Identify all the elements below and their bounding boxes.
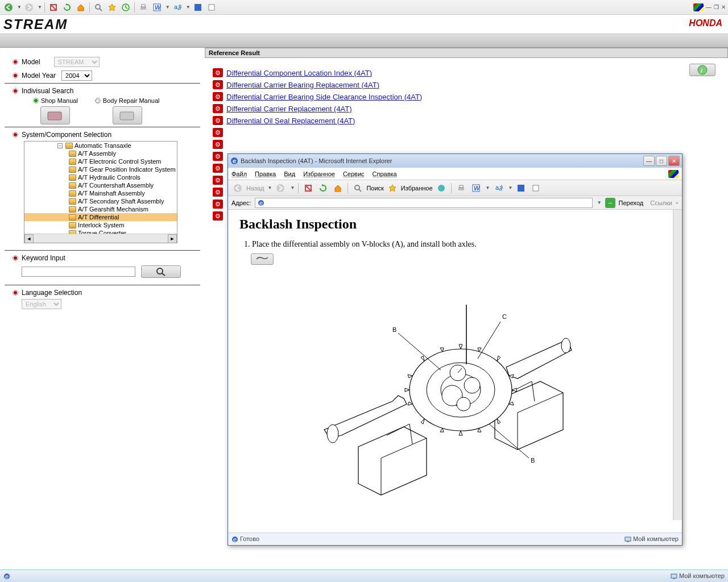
bullet-icon: [13, 132, 18, 138]
gray-band: [0, 34, 728, 48]
keyword-input[interactable]: [22, 267, 135, 277]
tree-item[interactable]: A/T Countershaft Assembly: [78, 182, 154, 189]
stop-icon[interactable]: [47, 1, 60, 14]
reference-link[interactable]: Differential Carrier Bearing Replacement…: [226, 81, 379, 89]
reference-link[interactable]: Differential Oil Seal Replacement (4AT): [226, 117, 355, 125]
tree-item-selected[interactable]: A/T Differential: [78, 214, 119, 221]
search-icon[interactable]: [92, 1, 105, 14]
word-icon[interactable]: W: [151, 1, 163, 14]
refresh-icon[interactable]: [61, 1, 73, 14]
popup-media-icon[interactable]: [435, 182, 448, 194]
popup-encoding-icon[interactable]: aあ: [493, 182, 505, 194]
favorites-icon[interactable]: [106, 1, 118, 14]
print-icon[interactable]: [137, 1, 150, 14]
dropdown-icon[interactable]: ▼: [17, 5, 22, 10]
collapse-icon[interactable]: −: [57, 143, 63, 148]
windows-flag-icon: [693, 3, 704, 11]
popup-home-icon[interactable]: [332, 182, 344, 194]
gear-icon: ⚙: [213, 164, 223, 173]
forward-button[interactable]: [23, 1, 35, 14]
tree-scrollbar[interactable]: ◄►: [24, 234, 177, 243]
search-button[interactable]: [141, 265, 181, 278]
svg-point-3: [96, 5, 100, 9]
links-label[interactable]: Ссылки: [650, 199, 672, 206]
popup-minimize-button[interactable]: —: [643, 156, 655, 166]
reference-link[interactable]: Differential Carrier Replacement (4AT): [226, 105, 352, 113]
menu-view[interactable]: Вид: [284, 171, 295, 177]
body-repair-button[interactable]: [113, 106, 142, 124]
menu-help[interactable]: Справка: [373, 171, 397, 177]
dropdown-icon[interactable]: ▼: [166, 5, 170, 10]
scroll-right-icon[interactable]: ►: [168, 234, 177, 243]
radio-selected-icon[interactable]: [33, 98, 39, 103]
tool-icon[interactable]: [205, 1, 218, 14]
popup-word-icon[interactable]: W: [470, 182, 482, 194]
tree-item[interactable]: A/T Gear Position Indicator System: [78, 166, 176, 173]
fullscreen-icon[interactable]: [192, 1, 204, 14]
component-tree[interactable]: −Automatic Transaxle A/T Assembly A/T El…: [24, 141, 177, 243]
popup-fullscreen-icon[interactable]: [515, 182, 527, 194]
home-icon[interactable]: [75, 1, 87, 14]
history-icon[interactable]: [119, 1, 132, 14]
window-restore-button[interactable]: ❐: [714, 4, 719, 10]
reference-link[interactable]: Differential Component Location Index (4…: [226, 69, 372, 77]
tree-root[interactable]: Automatic Transaxle: [75, 142, 131, 149]
tree-item[interactable]: Interlock System: [78, 222, 124, 228]
year-select[interactable]: 2004: [61, 70, 92, 81]
tree-item[interactable]: A/T Secondary Shaft Assembly: [78, 198, 164, 205]
popup-tool-icon[interactable]: [530, 182, 542, 194]
info-button[interactable]: i: [689, 64, 715, 76]
window-close-button[interactable]: ✕: [721, 4, 726, 10]
go-button[interactable]: →: [605, 198, 615, 208]
svg-rect-13: [48, 112, 61, 120]
dropdown-icon[interactable]: ▼: [486, 185, 490, 190]
back-button[interactable]: [2, 1, 15, 14]
dropdown-icon[interactable]: ▼: [290, 185, 295, 190]
folder-icon: [69, 214, 76, 221]
menu-service[interactable]: Сервис: [343, 171, 365, 177]
reference-link[interactable]: Differential Carrier Bearing Side Cleara…: [226, 93, 422, 101]
svg-text:aあ: aあ: [174, 3, 181, 10]
popup-search-icon[interactable]: [351, 182, 364, 194]
window-minimize-button[interactable]: —: [706, 4, 712, 10]
bullet-icon: [13, 59, 18, 65]
dropdown-icon[interactable]: ▼: [38, 5, 42, 10]
svg-text:W: W: [474, 185, 480, 192]
tree-item[interactable]: A/T Mainshaft Assembly: [78, 190, 145, 197]
dropdown-icon[interactable]: ▼: [508, 185, 513, 190]
popup-forward-button[interactable]: [274, 182, 287, 194]
svg-text:W: W: [155, 4, 161, 11]
popup-favorites-icon[interactable]: [386, 182, 399, 194]
radio-unselected-icon[interactable]: [95, 98, 101, 103]
tree-item[interactable]: A/T Gearshift Mechanism: [78, 206, 148, 213]
taskbar: e Мой компьютер: [0, 569, 728, 582]
dropdown-icon[interactable]: ▼: [186, 5, 191, 10]
svg-rect-57: [673, 578, 675, 579]
popup-back-button[interactable]: [231, 182, 244, 194]
address-field[interactable]: e: [255, 198, 593, 208]
tree-item[interactable]: A/T Hydraulic Controls: [78, 174, 140, 181]
popup-maximize-button[interactable]: □: [656, 156, 667, 166]
menu-edit[interactable]: Правка: [255, 171, 276, 177]
tree-item[interactable]: A/T Assembly: [78, 150, 116, 157]
menu-favorites[interactable]: Избранное: [303, 171, 335, 177]
hand-tool-icon[interactable]: [251, 253, 274, 265]
popup-titlebar[interactable]: e Backlash Inspection (4AT) - Microsoft …: [228, 154, 682, 168]
popup-stop-icon[interactable]: [302, 182, 315, 194]
shop-manual-button[interactable]: [40, 106, 70, 124]
popup-scrollbar[interactable]: [673, 210, 682, 520]
dropdown-icon[interactable]: ▼: [268, 185, 272, 190]
popup-window: e Backlash Inspection (4AT) - Microsoft …: [228, 153, 682, 546]
dropdown-icon[interactable]: ▼: [597, 200, 602, 205]
tree-item[interactable]: A/T Electronic Control System: [78, 158, 162, 165]
svg-rect-7: [142, 5, 145, 7]
encoding-icon[interactable]: aあ: [171, 1, 184, 14]
svg-point-1: [25, 3, 33, 11]
diagram-label-b: B: [392, 326, 396, 333]
popup-print-icon[interactable]: [455, 182, 468, 194]
popup-refresh-icon[interactable]: [317, 182, 329, 194]
menu-file[interactable]: Файл: [231, 171, 247, 177]
scroll-left-icon[interactable]: ◄: [24, 234, 34, 243]
popup-close-button[interactable]: ✕: [668, 156, 680, 166]
brand-logo: HONDA: [689, 18, 722, 28]
